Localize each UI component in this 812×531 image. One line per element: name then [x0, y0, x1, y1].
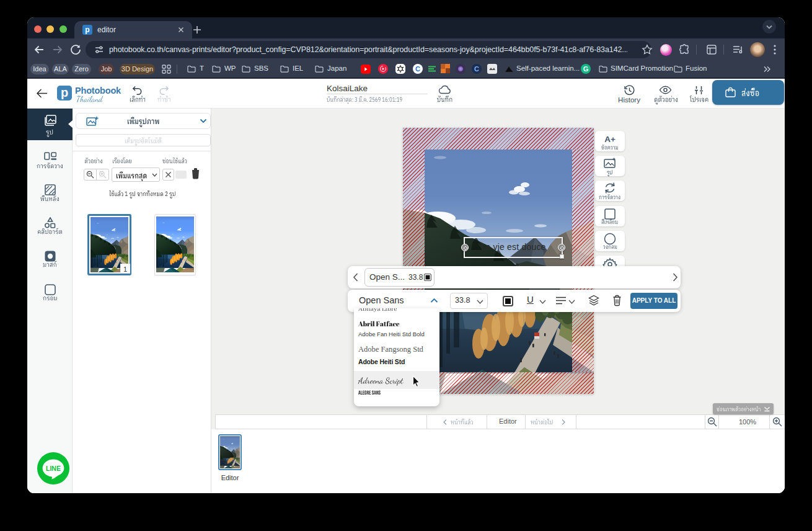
- svg-text:LINE: LINE: [46, 465, 61, 472]
